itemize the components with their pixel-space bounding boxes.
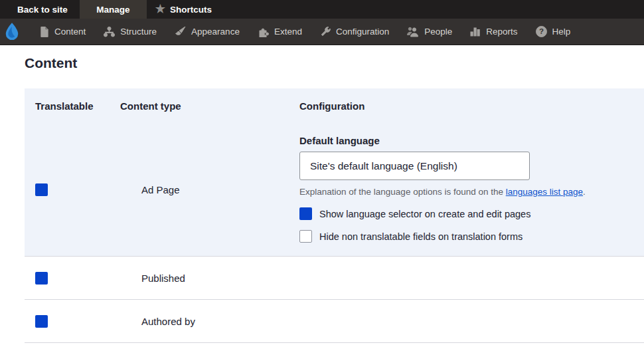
admin-top-bar: Back to site Manage ★ Shortcuts	[0, 0, 644, 19]
svg-text:?: ?	[539, 27, 544, 35]
toolbar-item-label: Appearance	[191, 27, 240, 37]
hide-non-translatable-option: Hide non translatable fields on translat…	[299, 230, 633, 243]
back-to-site-link[interactable]: Back to site	[17, 0, 68, 19]
hide-non-translatable-checkbox[interactable]	[299, 230, 312, 243]
toolbar-item-label: Extend	[274, 27, 302, 37]
configuration-cell: Default language Site's default language…	[299, 123, 633, 256]
sitemap-icon	[104, 27, 115, 37]
translatable-checkbox[interactable]	[35, 315, 48, 328]
paintbrush-icon	[175, 27, 186, 37]
toolbar-item-label: Reports	[486, 27, 517, 37]
content-translation-table: Translatable Content type Configuration …	[25, 88, 644, 343]
translatable-checkbox[interactable]	[35, 183, 48, 196]
toolbar-item-help[interactable]: ? Help	[536, 26, 571, 37]
toolbar-item-extend[interactable]: Extend	[258, 27, 302, 37]
default-language-select[interactable]: Site's default language (English)	[299, 152, 530, 180]
toolbar-item-label: Help	[552, 27, 571, 37]
toolbar-item-people[interactable]: People	[407, 27, 452, 37]
header-configuration: Configuration	[299, 100, 633, 112]
file-icon	[39, 27, 49, 37]
wrench-icon	[320, 27, 331, 37]
toolbar-item-configuration[interactable]: Configuration	[320, 27, 389, 37]
people-icon	[407, 27, 419, 37]
content-type-label: Published	[120, 273, 299, 284]
toolbar-item-structure[interactable]: Structure	[104, 27, 157, 37]
manage-tab[interactable]: Manage	[80, 0, 147, 19]
table-row: Published	[25, 257, 644, 300]
star-icon: ★	[155, 3, 165, 15]
show-language-selector-option: Show language selector on create and edi…	[299, 207, 633, 220]
languages-list-page-link[interactable]: languages list page	[506, 187, 583, 197]
table-header-row: Translatable Content type Configuration	[25, 88, 644, 123]
table-row: Authored by	[25, 300, 644, 343]
header-translatable: Translatable	[35, 100, 120, 112]
toolbar-item-label: Structure	[120, 27, 157, 37]
puzzle-icon	[258, 27, 269, 37]
description-text: Explanation of the language options is f…	[299, 187, 506, 197]
bar-chart-icon	[470, 27, 481, 37]
toolbar-item-content[interactable]: Content	[39, 27, 86, 37]
checkbox-label: Hide non translatable fields on translat…	[319, 231, 523, 242]
shortcuts-tab[interactable]: ★ Shortcuts	[155, 0, 212, 19]
page-content: Content Translatable Content type Config…	[0, 55, 644, 343]
table-row: Ad Page Default language Site's default …	[25, 123, 644, 257]
content-type-label: Authored by	[120, 316, 299, 327]
page-title: Content	[25, 55, 644, 71]
shortcuts-label: Shortcuts	[170, 5, 212, 15]
header-content-type: Content type	[120, 100, 299, 112]
toolbar-item-label: Content	[54, 27, 86, 37]
admin-toolbar: Content Structure Appearance Extend Conf…	[0, 19, 644, 45]
toolbar-item-label: People	[424, 27, 452, 37]
toolbar-item-reports[interactable]: Reports	[470, 27, 517, 37]
drupal-logo[interactable]	[3, 22, 21, 42]
description-text: .	[583, 187, 586, 197]
translatable-checkbox[interactable]	[35, 272, 48, 285]
toolbar-item-label: Configuration	[336, 27, 389, 37]
toolbar-item-appearance[interactable]: Appearance	[175, 27, 240, 37]
show-language-selector-checkbox[interactable]	[299, 207, 312, 220]
language-options-description: Explanation of the language options is f…	[299, 187, 633, 197]
checkbox-label: Show language selector on create and edi…	[319, 209, 530, 219]
default-language-label: Default language	[299, 135, 633, 146]
content-type-label: Ad Page	[120, 184, 299, 195]
help-icon: ?	[536, 26, 547, 37]
